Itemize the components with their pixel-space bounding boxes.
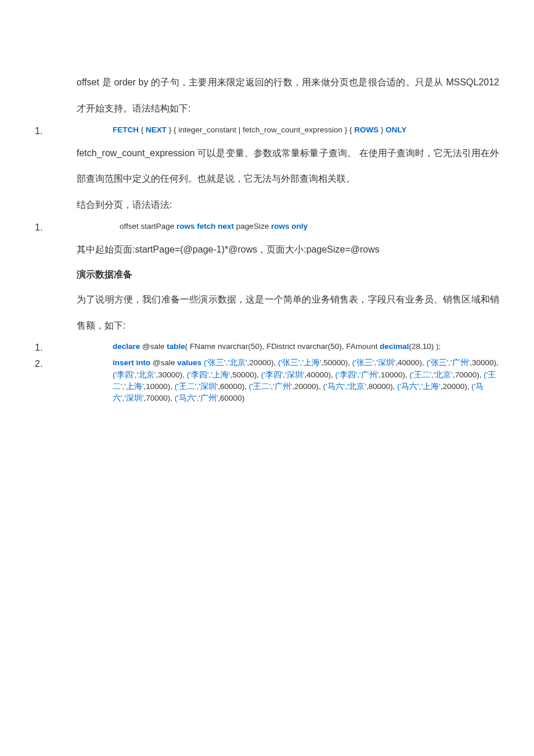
code-text: ,40000), xyxy=(304,370,335,379)
code-text: } xyxy=(378,125,385,134)
document-content: offset 是 order by 的子句，主要用来限定返回的行数，用来做分页也… xyxy=(0,0,534,430)
code-text: ,60000), xyxy=(218,382,248,391)
code-text: ,10000), xyxy=(143,382,174,391)
code-text: } { integer_constant | fetch_row_count_e… xyxy=(167,125,354,134)
code-line-2: 1. offset startPage rows fetch next page… xyxy=(35,221,499,235)
string-literal: ('李四','深圳' xyxy=(261,370,305,379)
paragraph: 为了说明方便，我们准备一些演示数据，这是一个简单的业务销售表，字段只有业务员、销… xyxy=(77,287,499,339)
code-body: declare @sale table( FName nvarchar(50),… xyxy=(78,341,499,352)
code-body: insert into @sale values ('张三','北京',2000… xyxy=(78,357,499,404)
string-literal: ('张三','上海' xyxy=(278,358,322,367)
string-literal: ('马六','北京' xyxy=(323,382,367,391)
code-text: (28,10) ); xyxy=(409,342,441,351)
keyword-only: ONLY xyxy=(385,125,406,134)
paragraph: offset 是 order by 的子句，主要用来限定返回的行数，用来做分页也… xyxy=(77,70,499,122)
code-text: @sale xyxy=(150,358,177,367)
keyword-decimal: decimal xyxy=(380,342,409,351)
keyword-next: NEXT xyxy=(146,125,167,134)
code-text: offset startPage xyxy=(120,222,176,231)
code-text: ,70000), xyxy=(143,394,174,402)
code-text: ,80000), xyxy=(366,382,397,391)
string-literal: ('马六','上海' xyxy=(397,382,441,391)
paragraph: fetch_row_count_expression 可以是变量、参数或常量标量… xyxy=(77,141,499,193)
code-text: ,20000), xyxy=(247,358,278,367)
code-text: ,20000), xyxy=(441,382,471,391)
code-text: { xyxy=(139,125,146,134)
code-text: @sale xyxy=(140,342,167,351)
code-text: pageSize xyxy=(234,222,271,231)
keyword-rows-only: rows only xyxy=(271,222,308,231)
paragraph: 结合到分页，语法语法: xyxy=(77,192,499,218)
keyword-insert-into: insert into xyxy=(113,358,150,367)
keyword-declare: declare xyxy=(113,342,140,351)
code-text: ( FName nvarchar(50), FDistrict nvarchar… xyxy=(185,342,380,351)
string-literal: ('李四','广州' xyxy=(335,370,379,379)
string-literal: ('张三','深圳' xyxy=(352,358,396,367)
code-body: offset startPage rows fetch next pageSiz… xyxy=(78,221,499,232)
keyword-fetch: FETCH xyxy=(113,125,139,134)
string-literal: ('王二','广州' xyxy=(249,382,293,391)
string-literal: ('王二','深圳' xyxy=(175,382,218,391)
code-line-4: 2. insert into @sale values ('张三','北京',2… xyxy=(35,357,499,404)
string-literal: ('张三','北京' xyxy=(204,358,247,367)
code-text: ,70000), xyxy=(453,370,484,379)
code-text: ,60000) xyxy=(218,394,244,402)
keyword-table: table xyxy=(167,342,185,351)
code-line-1: 1. FETCH { NEXT } { integer_constant | f… xyxy=(35,124,499,138)
code-text: ,10000), xyxy=(378,370,409,379)
keyword-rows: ROWS xyxy=(354,125,378,134)
keyword-rows-fetch-next: rows fetch next xyxy=(176,222,234,231)
string-literal: ('王二','北京' xyxy=(409,370,453,379)
string-literal: ('李四','上海' xyxy=(187,370,230,379)
code-text: ,30000), xyxy=(156,370,187,379)
code-text: ,50000), xyxy=(230,370,261,379)
code-line-number: 1. xyxy=(35,124,78,138)
code-body: FETCH { NEXT } { integer_constant | fetc… xyxy=(78,124,499,136)
code-text: ,20000), xyxy=(292,382,323,391)
code-text: ,50000), xyxy=(321,358,352,367)
code-line-number: 1. xyxy=(35,221,78,235)
code-line-number: 2. xyxy=(35,357,78,371)
string-literal: ('马六','广州' xyxy=(175,394,218,402)
code-line-3: 1. declare @sale table( FName nvarchar(5… xyxy=(35,341,499,355)
code-text: ,30000), xyxy=(470,358,499,367)
section-heading: 演示数据准备 xyxy=(77,269,499,281)
string-literal: ('张三','广州' xyxy=(427,358,470,367)
keyword-values: values xyxy=(177,358,201,367)
paragraph: 其中起始页面:startPage=(@page-1)*@rows，页面大小:pa… xyxy=(77,237,499,263)
code-text: ,40000), xyxy=(395,358,426,367)
string-literal: ('李四','北京' xyxy=(113,370,156,379)
code-line-number: 1. xyxy=(35,341,78,355)
